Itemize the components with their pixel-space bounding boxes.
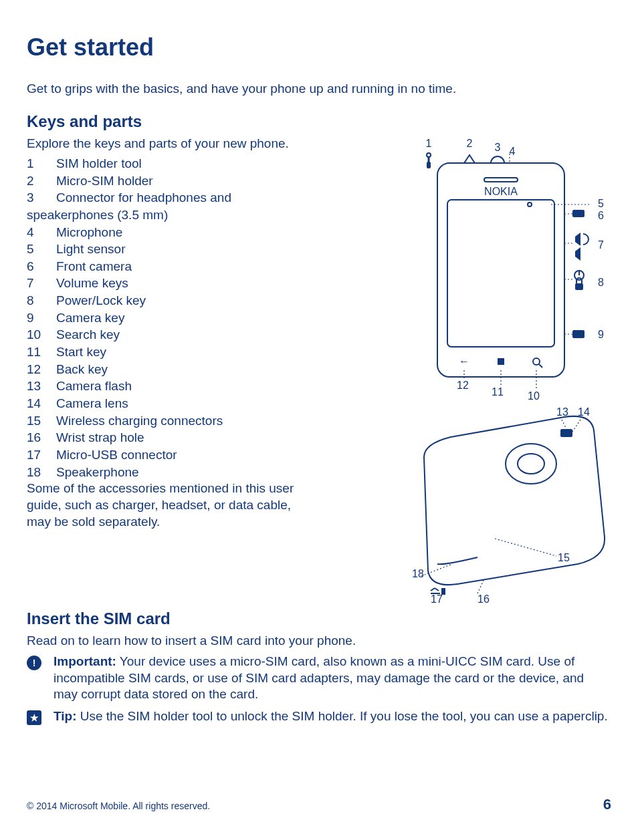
tip-label: Tip: [54, 709, 76, 723]
svg-text:10: 10 [528, 390, 540, 402]
svg-text:16: 16 [477, 593, 490, 604]
part-label: Back key [56, 361, 108, 378]
svg-text:13: 13 [556, 406, 568, 418]
important-label: Important: [54, 654, 116, 668]
parts-list-row: 2Micro-SIM holder [27, 172, 361, 190]
svg-text:8: 8 [598, 277, 604, 288]
part-number: 17 [27, 446, 43, 464]
svg-line-44 [562, 420, 566, 428]
part-number: 16 [27, 429, 43, 446]
svg-text:1: 1 [426, 138, 432, 149]
part-label: SIM holder tool [56, 155, 142, 172]
parts-list-row: 1SIM holder tool [27, 155, 361, 172]
parts-list: 1SIM holder tool2Micro-SIM holder3Connec… [27, 155, 361, 480]
svg-rect-3 [484, 178, 518, 182]
svg-rect-19 [575, 283, 583, 290]
keys-section: Explore the keys and parts of your new p… [27, 136, 611, 604]
parts-column: Explore the keys and parts of your new p… [27, 136, 361, 604]
parts-list-row: 6Front camera [27, 258, 361, 275]
part-number: 9 [27, 309, 43, 327]
parts-list-row: 8Power/Lock key [27, 292, 361, 309]
svg-rect-40 [560, 429, 572, 437]
parts-list-row: 9Camera key [27, 309, 361, 327]
part-label: Micro-SIM holder [56, 172, 153, 190]
svg-text:17: 17 [431, 593, 443, 604]
important-body: Your device uses a micro-SIM card, also … [54, 654, 584, 701]
svg-point-38 [506, 444, 556, 484]
diagram-svg: NOKIA ← [391, 136, 611, 604]
part-number: 11 [27, 343, 43, 361]
svg-line-47 [495, 539, 556, 556]
part-label: Camera lens [56, 395, 128, 412]
part-number: 10 [27, 326, 43, 343]
svg-point-4 [528, 202, 532, 206]
phone-diagram: NOKIA ← [391, 136, 611, 604]
svg-text:5: 5 [598, 198, 604, 209]
part-number: 4 [27, 224, 43, 241]
svg-text:←: ← [459, 356, 469, 367]
svg-text:NOKIA: NOKIA [484, 186, 518, 197]
part-number: 6 [27, 258, 43, 275]
part-number: 7 [27, 275, 43, 292]
part-number: 12 [27, 361, 43, 378]
important-text: Important: Your device uses a micro-SIM … [54, 654, 611, 703]
intro-text: Get to grips with the basics, and have y… [27, 82, 611, 96]
parts-list-row: 18Speakerphone [27, 464, 361, 481]
part-number: 14 [27, 395, 43, 412]
sim-heading: Insert the SIM card [27, 609, 611, 628]
page-number: 6 [603, 796, 611, 813]
part-label: Light sensor [56, 241, 126, 258]
svg-line-45 [572, 420, 580, 432]
svg-line-49 [421, 564, 452, 576]
part-label: Power/Lock key [56, 292, 146, 309]
svg-text:9: 9 [598, 329, 604, 340]
parts-list-row: 13Camera flash [27, 378, 361, 395]
tip-note: ★ Tip: Use the SIM holder tool to unlock… [27, 708, 611, 725]
keys-intro: Explore the keys and parts of your new p… [27, 136, 361, 151]
part-label: Volume keys [56, 275, 128, 292]
svg-point-7 [533, 358, 540, 365]
parts-list-row: 11Start key [27, 343, 361, 361]
parts-list-row: 4Microphone [27, 224, 361, 241]
part-number: 15 [27, 412, 43, 430]
parts-list-row: 12Back key [27, 361, 361, 378]
part-number: 13 [27, 378, 43, 395]
tip-icon: ★ [27, 710, 41, 725]
part-number: 1 [27, 155, 43, 172]
part-label: Camera key [56, 309, 124, 327]
accessories-note: Some of the accessories mentioned in thi… [27, 480, 308, 530]
svg-point-39 [518, 454, 544, 474]
important-icon: ! [27, 656, 41, 670]
svg-text:11: 11 [492, 386, 504, 398]
part-label: Wrist strap hole [56, 429, 144, 446]
part-number: 8 [27, 292, 43, 309]
parts-list-row: 15Wireless charging connectors [27, 412, 361, 430]
page: Get started Get to grips with the basics… [0, 0, 638, 840]
part-label: Search key [56, 326, 120, 343]
part-label: Front camera [56, 258, 132, 275]
page-footer: © 2014 Microsoft Mobile. All rights rese… [27, 796, 611, 813]
svg-text:3: 3 [495, 142, 501, 153]
part-number: 18 [27, 464, 43, 481]
svg-text:4: 4 [510, 146, 516, 157]
parts-list-row: 17Micro-USB connector [27, 446, 361, 464]
sim-intro: Read on to learn how to insert a SIM car… [27, 634, 611, 648]
parts-list-row: 3Connector for headphones and [27, 189, 361, 206]
svg-text:15: 15 [558, 552, 570, 563]
page-title: Get started [27, 33, 611, 61]
part-label: Start key [56, 343, 106, 361]
svg-rect-20 [572, 330, 584, 338]
part-number: 3 [27, 189, 43, 206]
copyright: © 2014 Microsoft Mobile. All rights rese… [27, 801, 210, 811]
parts-list-wrap: speakerphones (3.5 mm) [27, 206, 361, 224]
parts-list-row: 7Volume keys [27, 275, 361, 292]
part-label: Microphone [56, 224, 122, 241]
svg-text:2: 2 [467, 138, 473, 149]
svg-text:7: 7 [598, 239, 604, 251]
svg-point-11 [427, 153, 431, 157]
svg-line-8 [539, 364, 542, 368]
important-note: ! Important: Your device uses a micro-SI… [27, 654, 611, 703]
parts-list-row: 16Wrist strap hole [27, 429, 361, 446]
diagram-column: NOKIA ← [377, 136, 611, 604]
svg-text:18: 18 [412, 568, 424, 579]
